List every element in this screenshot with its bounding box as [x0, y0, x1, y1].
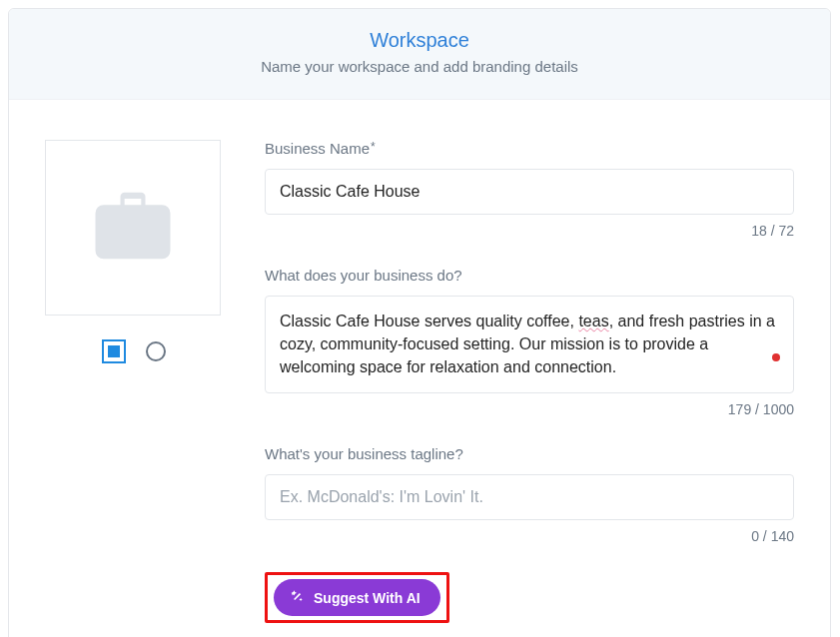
business-name-input[interactable]	[265, 169, 794, 215]
circle-icon	[146, 341, 166, 361]
business-description-label: What does your business do?	[265, 267, 794, 284]
suggest-button-label: Suggest With AI	[314, 590, 420, 606]
logo-upload-box[interactable]	[45, 140, 221, 316]
logo-column	[45, 140, 225, 623]
tagline-input[interactable]	[265, 474, 794, 520]
business-name-label: Business Name*	[265, 140, 794, 157]
suggest-with-ai-button[interactable]: Suggest With AI	[274, 579, 440, 616]
header: Workspace Name your workspace and add br…	[9, 9, 830, 100]
logo-shape-selector	[45, 337, 225, 365]
workspace-card: Workspace Name your workspace and add br…	[8, 8, 831, 637]
tagline-label: What's your business tagline?	[265, 445, 794, 462]
business-name-field: Business Name* 18 / 72	[265, 140, 794, 239]
business-description-input[interactable]: Classic Cafe House serves quality coffee…	[265, 296, 794, 393]
briefcase-icon	[78, 176, 188, 280]
business-name-counter: 18 / 72	[265, 223, 794, 239]
page-subtitle: Name your workspace and add branding det…	[19, 58, 820, 75]
status-dot-icon	[772, 353, 780, 361]
spellcheck-underline: teas	[578, 313, 608, 329]
shape-circle-option[interactable]	[142, 337, 170, 365]
business-description-field: What does your business do? Classic Cafe…	[265, 267, 794, 417]
suggest-highlight-box: Suggest With AI	[265, 572, 449, 623]
shape-square-option[interactable]	[100, 337, 128, 365]
required-indicator: *	[371, 140, 376, 154]
form-body: Business Name* 18 / 72 What does your bu…	[9, 100, 830, 637]
tagline-field: What's your business tagline? 0 / 140	[265, 445, 794, 544]
square-icon	[102, 339, 126, 363]
business-description-counter: 179 / 1000	[265, 401, 794, 417]
magic-wand-icon	[290, 589, 304, 606]
tagline-counter: 0 / 140	[265, 528, 794, 544]
form-fields: Business Name* 18 / 72 What does your bu…	[265, 140, 794, 623]
page-title: Workspace	[19, 29, 820, 52]
